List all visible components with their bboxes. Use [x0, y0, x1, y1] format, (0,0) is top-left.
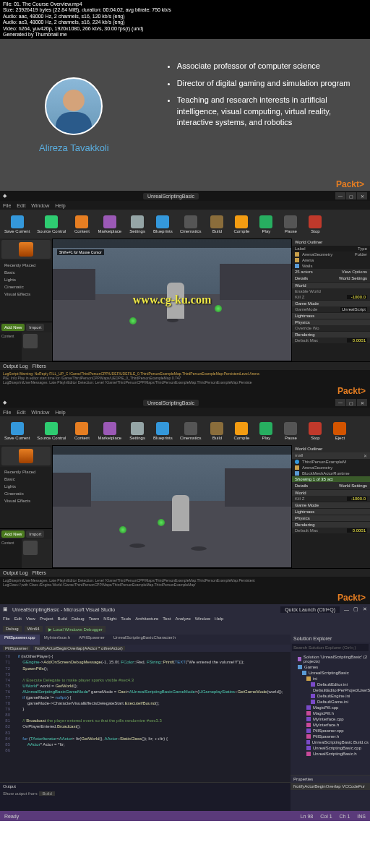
- log-content[interactable]: LogBlueprintUserMessages: Late PlayInEdi…: [0, 577, 370, 588]
- solution-search[interactable]: Search Solution Explorer (Ctrl+;): [292, 644, 369, 651]
- modes-selector[interactable]: [1, 240, 51, 259]
- solution-item[interactable]: DefaultEngine.ini: [292, 693, 369, 699]
- play-button[interactable]: Play: [254, 418, 278, 444]
- close-button[interactable]: ✕: [357, 399, 367, 406]
- log-content[interactable]: LogScript:Warning: NoReply FILL_UP_C /Ga…: [0, 370, 370, 386]
- menu-nsight[interactable]: NSight: [103, 616, 116, 621]
- marketplace-button[interactable]: Marketplace: [95, 418, 124, 444]
- config-dropdown[interactable]: Debug: [3, 626, 22, 632]
- output-tab[interactable]: Output: [3, 784, 16, 788]
- output-log-tab[interactable]: Output Log: [3, 570, 28, 575]
- close-button[interactable]: ✕: [357, 192, 367, 199]
- level-viewport[interactable]: Shift+F1 for Mouse Cursor www.cg-ku.com: [52, 239, 292, 361]
- world-settings-tab[interactable]: World Settings: [339, 276, 367, 280]
- debug-launch-button[interactable]: ▶ Local Windows Debugger: [46, 626, 106, 632]
- marketplace-button[interactable]: Marketplace: [95, 211, 124, 237]
- source-control-button[interactable]: Source Control: [34, 418, 69, 444]
- save-button[interactable]: Save Current: [1, 211, 33, 237]
- blueprints-button[interactable]: Blueprints: [150, 418, 176, 444]
- outliner-search[interactable]: rnall: [295, 453, 303, 458]
- content-button[interactable]: Content: [70, 211, 93, 237]
- minimize-button[interactable]: —: [335, 192, 345, 199]
- compile-button[interactable]: Compile: [230, 418, 253, 444]
- menu-build[interactable]: Build: [58, 616, 67, 621]
- stop-button[interactable]: Stop: [304, 418, 327, 444]
- play-button[interactable]: Play: [254, 211, 278, 237]
- build-button[interactable]: Build: [205, 418, 228, 444]
- clear-icon[interactable]: ✕: [363, 453, 367, 458]
- content-tree[interactable]: Content: [0, 539, 22, 568]
- section-physics[interactable]: Physics: [292, 319, 370, 325]
- minimize-button[interactable]: —: [344, 607, 349, 612]
- section-world[interactable]: World: [292, 490, 370, 496]
- outliner-row[interactable]: ThirdPersonExampleM: [292, 459, 370, 465]
- stop-button[interactable]: Stop: [304, 211, 327, 237]
- section-gamemode[interactable]: Game Mode: [292, 301, 370, 306]
- solution-item[interactable]: PillSpawner.cpp: [292, 728, 369, 734]
- cat-lights[interactable]: Lights: [1, 276, 51, 283]
- menu-help[interactable]: Help: [55, 203, 65, 208]
- solution-item[interactable]: MagicPill.cpp: [292, 705, 369, 710]
- asset-thumbnail[interactable]: [23, 541, 38, 555]
- menu-file[interactable]: File: [3, 203, 11, 208]
- outliner-row[interactable]: ArenaGeometry: [292, 465, 370, 470]
- menu-tools[interactable]: Tools: [121, 616, 131, 621]
- menu-file[interactable]: File: [3, 616, 10, 621]
- filters-button[interactable]: Filters: [33, 570, 46, 575]
- solution-item[interactable]: MagicPill.h: [292, 710, 369, 716]
- cat-recently-placed[interactable]: Recently Placed: [1, 468, 51, 476]
- menu-window[interactable]: Window: [31, 203, 49, 208]
- section-lightmass[interactable]: Lightmass: [292, 313, 370, 319]
- build-button[interactable]: Build: [205, 211, 228, 237]
- eject-button[interactable]: Eject: [328, 418, 351, 444]
- menu-window[interactable]: Window: [31, 410, 49, 415]
- menu-help[interactable]: Help: [215, 616, 223, 621]
- solution-item[interactable]: UnrealScriptingBasic: [292, 670, 369, 676]
- import-button[interactable]: Import: [26, 324, 44, 331]
- menu-architecture[interactable]: Architecture: [135, 616, 158, 621]
- cat-basic[interactable]: Basic: [1, 476, 51, 483]
- menu-edit[interactable]: Edit: [17, 410, 25, 415]
- tab-pillspawner-cpp[interactable]: PillSpawner.cpp: [0, 635, 40, 645]
- menu-project[interactable]: Project: [40, 616, 53, 621]
- output-source-dropdown[interactable]: Build: [39, 791, 54, 796]
- world-settings-tab[interactable]: World Settings: [339, 484, 367, 488]
- outliner-row[interactable]: BlockMeshActorRuntime: [292, 470, 370, 476]
- section-gamemode[interactable]: Game Mode: [292, 502, 370, 508]
- section-lightmass[interactable]: Lightmass: [292, 509, 370, 515]
- solution-item[interactable]: UnrealScriptingBasic.Build.cs: [292, 739, 369, 745]
- cat-visual-effects[interactable]: Visual Effects: [1, 497, 51, 504]
- maximize-button[interactable]: ▢: [353, 606, 358, 612]
- compile-button[interactable]: Compile: [230, 211, 253, 237]
- platform-dropdown[interactable]: Win64: [25, 626, 43, 632]
- solution-item[interactable]: DefaultEditor.ini: [292, 682, 369, 687]
- defaultmax-field[interactable]: 0.0001: [347, 338, 367, 343]
- navigation-bar[interactable]: PillSpawner NotifyActorBeginOverlap(AAct…: [0, 645, 291, 652]
- save-button[interactable]: Save Current: [1, 418, 33, 444]
- cat-lights[interactable]: Lights: [1, 483, 51, 490]
- asset-thumbnail[interactable]: [23, 334, 38, 348]
- section-world[interactable]: World: [292, 283, 370, 288]
- solution-item[interactable]: MyInterface.h: [292, 722, 369, 728]
- settings-button[interactable]: Settings: [126, 418, 149, 444]
- maximize-button[interactable]: ▢: [346, 192, 356, 199]
- menu-team[interactable]: Team: [89, 616, 100, 621]
- killz-field[interactable]: -1000.0: [347, 497, 367, 501]
- cat-basic[interactable]: Basic: [1, 269, 51, 276]
- settings-button[interactable]: Settings: [126, 211, 149, 237]
- minimize-button[interactable]: —: [335, 399, 345, 406]
- solution-item[interactable]: DefaultGame.ini: [292, 699, 369, 705]
- level-viewport[interactable]: [52, 445, 292, 568]
- cat-visual-effects[interactable]: Visual Effects: [1, 291, 51, 298]
- solution-item[interactable]: Games: [292, 664, 369, 670]
- solution-item[interactable]: MyInterface.cpp: [292, 716, 369, 722]
- solution-root[interactable]: Solution 'UnrealScriptingBasic' (2 proje…: [292, 654, 369, 664]
- outliner-row[interactable]: Walls: [292, 263, 370, 269]
- filters-button[interactable]: Filters: [33, 364, 46, 369]
- section-rendering[interactable]: Rendering: [292, 332, 370, 338]
- solution-item[interactable]: UnrealScriptingBasic.cpp: [292, 745, 369, 751]
- tab-myinterface-h[interactable]: MyInterface.h: [40, 635, 74, 645]
- tab-apillspawner[interactable]: APillSpawner: [74, 635, 109, 645]
- close-button[interactable]: ✕: [363, 606, 367, 612]
- blueprints-button[interactable]: Blueprints: [150, 211, 176, 237]
